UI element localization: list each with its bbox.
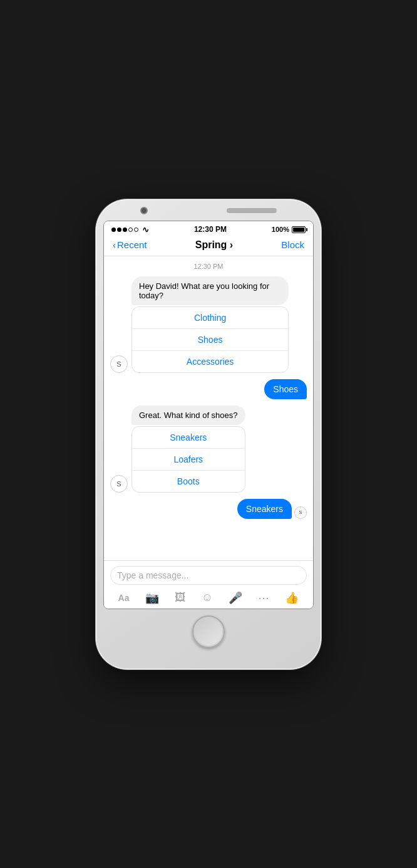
option-clothing[interactable]: Clothing <box>132 307 288 329</box>
phone-screen: ∿ 12:30 PM 100% ‹ Recent Spring › Block … <box>103 221 314 609</box>
option-accessories[interactable]: Accessories <box>132 351 288 372</box>
signal-indicator <box>111 227 138 232</box>
back-label[interactable]: Recent <box>117 239 147 250</box>
bot-options-2: Sneakers Loafers Boots <box>131 426 245 493</box>
battery-icon <box>292 226 306 233</box>
home-button[interactable] <box>192 615 225 648</box>
chat-area: 12:30 PM S Hey David! What are you looki… <box>104 256 313 560</box>
more-button[interactable]: ⋯ <box>258 591 269 605</box>
chat-timestamp: 12:30 PM <box>110 263 307 270</box>
bot-bubble-group-2: Great. What kind of shoes? Sneakers Loaf… <box>131 405 245 493</box>
battery-fill <box>293 227 304 232</box>
signal-dot-5 <box>134 227 138 232</box>
text-size-button[interactable]: Aa <box>118 593 130 603</box>
bot-avatar-2: S <box>110 475 128 493</box>
battery-percent: 100% <box>272 226 289 233</box>
bot-text-1: Hey David! What are you looking for toda… <box>131 276 289 305</box>
user-avatar-small: S <box>294 506 307 519</box>
user-bubble-1: Shoes <box>264 379 307 399</box>
user-message-row-1: Shoes <box>110 379 307 399</box>
emoji-button[interactable]: ☺ <box>202 591 213 604</box>
signal-dot-4 <box>128 227 133 232</box>
phone-speaker <box>227 208 277 213</box>
message-input-row[interactable]: Type a message... <box>110 566 307 585</box>
option-shoes-1[interactable]: Shoes <box>132 329 288 351</box>
signal-dot-2 <box>117 227 121 232</box>
phone-bottom <box>103 615 314 648</box>
bot-avatar-1: S <box>110 355 128 373</box>
signal-dot-3 <box>123 227 127 232</box>
phone-frame: ∿ 12:30 PM 100% ‹ Recent Spring › Block … <box>96 199 321 669</box>
thumbs-up-button[interactable]: 👍 <box>285 591 299 605</box>
bot-message-group-2: S Great. What kind of shoes? Sneakers Lo… <box>110 405 307 493</box>
nav-bar: ‹ Recent Spring › Block <box>104 237 313 256</box>
signal-dot-1 <box>111 227 116 232</box>
nav-title: Spring › <box>195 239 233 251</box>
status-left: ∿ <box>111 225 149 234</box>
input-area: Type a message... Aa 📷 🖼 ☺ 🎤 ⋯ 👍 <box>104 560 313 609</box>
status-right: 100% <box>272 226 306 233</box>
mic-button[interactable]: 🎤 <box>229 591 242 605</box>
camera-button[interactable]: 📷 <box>145 591 159 605</box>
back-button[interactable]: ‹ Recent <box>113 239 147 250</box>
chevron-left-icon: ‹ <box>113 239 116 250</box>
bot-message-group-1: S Hey David! What are you looking for to… <box>110 276 307 373</box>
option-loafers[interactable]: Loafers <box>132 449 245 471</box>
gallery-button[interactable]: 🖼 <box>175 591 186 604</box>
toolbar-row: Aa 📷 🖼 ☺ 🎤 ⋯ 👍 <box>110 590 307 606</box>
status-bar: ∿ 12:30 PM 100% <box>104 221 313 237</box>
message-input-placeholder: Type a message... <box>117 570 300 580</box>
block-button[interactable]: Block <box>281 239 304 250</box>
user-message-row-2: Sneakers S <box>110 499 307 519</box>
user-bubble-2: Sneakers <box>237 499 292 519</box>
option-boots[interactable]: Boots <box>132 471 245 492</box>
status-time: 12:30 PM <box>194 225 227 234</box>
bot-bubble-group-1: Hey David! What are you looking for toda… <box>131 276 289 373</box>
bot-options-1: Clothing Shoes Accessories <box>131 306 289 373</box>
front-camera <box>140 207 148 214</box>
wifi-icon: ∿ <box>142 225 149 234</box>
option-sneakers[interactable]: Sneakers <box>132 427 245 449</box>
phone-top-hardware <box>103 207 314 218</box>
bot-text-2: Great. What kind of shoes? <box>131 405 245 425</box>
